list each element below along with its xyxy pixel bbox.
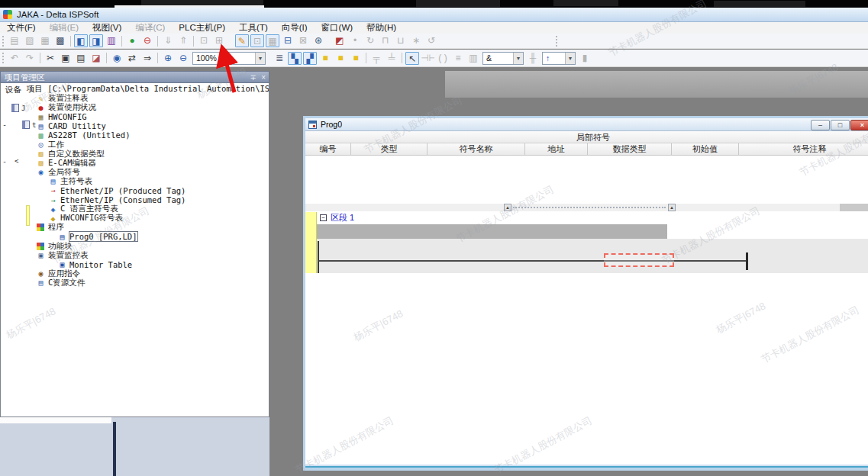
network-canvas[interactable]	[317, 239, 868, 273]
menu-tools[interactable]: 工具(T)	[232, 22, 275, 34]
gate-type-combo[interactable]: &▼	[482, 52, 524, 65]
edit-mode-button[interactable]: ✎	[235, 34, 249, 47]
column-header-3[interactable]: 符号名称	[428, 143, 525, 156]
menu-window[interactable]: 窗口(W)	[315, 22, 360, 34]
stop-monitor-button[interactable]: ⊖	[140, 34, 154, 47]
column-header-2[interactable]: 类型	[351, 143, 428, 156]
goto-button[interactable]: ⇒	[140, 52, 154, 65]
tree-item-c-main-symbol-table[interactable]: ◈C 语言主符号表	[1, 204, 269, 214]
minimize-button[interactable]: –	[811, 120, 830, 130]
as228t-icon: ▥	[36, 131, 46, 140]
project-panel-header[interactable]: 项目管理区 ∓ ×	[0, 71, 269, 83]
tree-item-programs[interactable]: 程序	[1, 223, 269, 232]
import-pou-folder-button[interactable]: ■	[334, 52, 347, 65]
tree-item-ecam-editor[interactable]: ▨E-CAM编辑器	[1, 159, 269, 168]
tree-item-tasks[interactable]: ◎工作	[1, 140, 269, 149]
splitter-up-arrow-icon[interactable]: ▲	[668, 204, 676, 211]
online-mode-button: ⊡	[197, 34, 211, 47]
menu-edit[interactable]: 编辑(E)	[43, 22, 86, 34]
upload-from-plc-button: ⇑	[176, 34, 190, 47]
column-header-7[interactable]: 符号注释	[739, 143, 868, 156]
zoom-out-button[interactable]: ⊖	[176, 52, 190, 65]
run-monitor-button[interactable]: ●	[125, 34, 139, 47]
tree-item-function-blocks[interactable]: 功能块	[1, 242, 269, 251]
find-button[interactable]: ◉	[110, 52, 124, 65]
menu-plc-host[interactable]: PLC主机(P)	[172, 22, 232, 34]
hwconfig-icon: ▦	[36, 113, 46, 121]
replace-button[interactable]: ⇄	[125, 52, 139, 65]
toggle-project-panel-button[interactable]: ◧	[74, 34, 88, 47]
tree-item-c-resource-files[interactable]: ▤C资源文件	[1, 278, 269, 288]
splitter-up-arrow-icon[interactable]: ▲	[504, 204, 511, 211]
maximize-button[interactable]: □	[831, 120, 850, 130]
paste-button[interactable]: ▤	[74, 52, 88, 65]
pin-icon[interactable]: ∓	[250, 72, 257, 83]
copy-button[interactable]: ▣	[59, 52, 73, 65]
ladder-editor[interactable]: − 区段 1	[305, 211, 868, 468]
chevron-down-icon[interactable]: ▼	[513, 53, 523, 64]
tree-item-card-utility[interactable]: ▤CARD Utility	[1, 121, 269, 130]
network-label[interactable]: 区段 1	[331, 212, 354, 224]
tree-item-main-symbol-table[interactable]: ▤主符号表	[1, 177, 269, 186]
menu-view[interactable]: 视图(V)	[86, 22, 128, 34]
add-network-below-button: ╧	[385, 52, 399, 65]
tree-item-device-usage-status[interactable]: ●装置使用状况	[1, 103, 269, 112]
zoom-in-button[interactable]: ⊕	[161, 52, 175, 65]
tree-item-ethernetip-produced-tag[interactable]: →EtherNet/IP (Produced Tag)	[1, 186, 269, 195]
save-file-button: ▦	[38, 34, 52, 47]
simulator-button[interactable]: ◩	[333, 34, 347, 47]
network-comment-bar[interactable]	[317, 224, 667, 239]
close-icon[interactable]: ×	[261, 72, 266, 83]
tree-item-monitor-table[interactable]: ▣Monitor Table	[1, 260, 269, 269]
edit-comment-button[interactable]: ≣	[273, 52, 286, 65]
tree-item-global-symbols[interactable]: ◉全局符号	[1, 168, 269, 177]
menu-wizard[interactable]: 向导(I)	[275, 22, 315, 34]
print-button[interactable]: ▩	[53, 34, 67, 47]
tree-item-hwconfig[interactable]: ▦HWCONFIG	[1, 112, 269, 121]
menu-compile[interactable]: 编译(C)	[128, 22, 172, 34]
selected-cell-marquee[interactable]	[604, 253, 674, 267]
counter-direction-combo[interactable]: ↑▼	[542, 52, 576, 65]
tree-item-api-instructions[interactable]: ◉应用指令	[1, 269, 269, 278]
tree-item-custom-data-types[interactable]: ▧自定义数据类型	[1, 150, 269, 159]
symbol-table-body[interactable]	[305, 156, 868, 204]
window-layout-vertical-button[interactable]: ▞	[303, 52, 317, 65]
column-header-6[interactable]: 初始值	[672, 143, 739, 156]
tree-item-prog0[interactable]: ▤Prog0 [PRG,LD]	[1, 232, 269, 241]
column-header-1[interactable]: 编号	[305, 143, 351, 156]
cut-button[interactable]: ✂	[44, 52, 57, 65]
chevron-down-icon[interactable]: ▼	[565, 53, 575, 64]
select-tool-button[interactable]: ↖	[405, 52, 419, 65]
tree-item-hwconfig-symbol-table[interactable]: ◆HWCONFIG符号表	[1, 214, 269, 223]
gate-type-value: &	[483, 53, 513, 63]
custom-data-types-icon: ▧	[36, 150, 46, 158]
help-manual-button[interactable]: ▥	[105, 34, 118, 47]
menu-file[interactable]: 文件(F)	[0, 22, 43, 34]
tree-item-device-comment-table[interactable]: ✎装置注释表	[1, 94, 269, 103]
toggle-output-panel-button[interactable]: ◨	[89, 34, 103, 47]
export-pou-folder-button[interactable]: ■	[349, 52, 363, 65]
network-collapse-icon[interactable]: −	[320, 214, 327, 221]
close-button[interactable]: ×	[850, 120, 868, 130]
menu-help[interactable]: 帮助(H)	[360, 22, 403, 34]
erase-button[interactable]: ◪	[89, 52, 103, 65]
device-online-button[interactable]: ⊟	[281, 34, 295, 47]
ladder-document-icon	[308, 121, 317, 129]
new-pou-folder-button[interactable]: ■	[318, 52, 332, 65]
chevron-down-icon[interactable]: ▼	[255, 53, 265, 64]
tree-item-ethernetip-consumed-tag[interactable]: →EtherNet/IP (Consumed Tag)	[1, 195, 269, 204]
prog0-titlebar[interactable]: Prog0	[305, 118, 868, 131]
collapse-artifact-icon: -	[2, 123, 7, 127]
column-header-5[interactable]: 数据类型	[588, 143, 672, 156]
column-header-4[interactable]: 地址	[525, 143, 588, 156]
tree-item-as228t[interactable]: ▥AS228T (Untitled)	[1, 130, 269, 140]
book-artifact-letter: t	[32, 121, 36, 129]
zoom-level-combo[interactable]: 100%▼	[192, 52, 266, 65]
app-titlebar[interactable]: JAKA - Delta ISPSoft	[0, 8, 868, 22]
cursor-tool-button: ∗	[409, 34, 423, 47]
coil-tool-button: ( )	[436, 52, 450, 65]
table-ladder-splitter[interactable]: ▲ ▲	[305, 204, 868, 211]
tree-item-device-monitor-tables[interactable]: ▣装置监控表	[1, 251, 269, 260]
window-layout-horizontal-button[interactable]: ▚	[288, 52, 302, 65]
pc-link-button[interactable]: ⊛	[311, 34, 325, 47]
